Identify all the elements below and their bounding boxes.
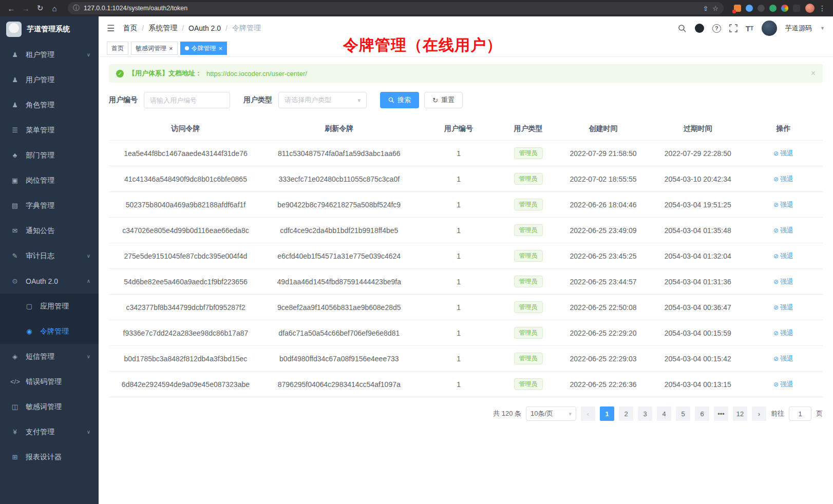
tab-item[interactable]: 敏感词管理×: [131, 42, 178, 55]
action-cell: ⊘ 强退: [744, 166, 823, 192]
goto-page-input[interactable]: [789, 406, 811, 421]
tab-item[interactable]: 令牌管理×: [180, 42, 228, 55]
doc-link[interactable]: https://doc.iocoder.cn/user-center/: [206, 70, 307, 77]
tab-label: 首页: [111, 44, 124, 53]
access-token-cell: c342377bf8b344799dcbf7bf095287f2: [109, 295, 262, 320]
user-type-select[interactable]: 请选择用户类型 ▾: [278, 92, 367, 108]
token-table: 访问令牌 刷新令牌 用户编号 用户类型 创建时间 过期时间 操作 1ea5e44…: [109, 118, 823, 397]
extension-icon[interactable]: [769, 5, 777, 12]
force-logout-button[interactable]: ⊘ 强退: [773, 328, 793, 338]
tab-item[interactable]: 首页: [107, 42, 128, 55]
filter-bar: 用户编号 用户类型 请选择用户类型 ▾ 搜索 ↻ 重置: [109, 92, 823, 108]
app-logo-row[interactable]: 芋道管理系统: [0, 16, 99, 42]
prev-page-button[interactable]: ‹: [581, 406, 595, 421]
breadcrumb-item[interactable]: 系统管理: [148, 24, 177, 33]
force-logout-button[interactable]: ⊘ 强退: [773, 380, 793, 389]
extension-icon[interactable]: [781, 5, 788, 12]
url-bar[interactable]: ⓘ 127.0.0.1:1024/system/oauth2/token ⇧ ☆: [68, 2, 724, 14]
sidebar-item-menu[interactable]: ☰菜单管理: [0, 118, 99, 143]
sidebar-item-report[interactable]: ⊞报表设计器: [0, 444, 99, 470]
extension-icon[interactable]: [793, 5, 800, 12]
page-button[interactable]: 1: [600, 406, 614, 421]
page-button[interactable]: 3: [638, 406, 652, 421]
sidebar-item-errcode[interactable]: </>错误码管理: [0, 369, 99, 394]
next-page-button[interactable]: ›: [752, 406, 766, 421]
page-button[interactable]: 5: [676, 406, 690, 421]
sidebar-item-label: 令牌管理: [40, 327, 69, 336]
browser-back-icon[interactable]: ←: [5, 2, 17, 14]
chevron-down-icon: ∨: [87, 253, 90, 259]
notice-icon: ✉: [10, 227, 20, 235]
sms-icon: ◈: [10, 353, 20, 360]
font-size-icon[interactable]: TT: [746, 24, 753, 33]
table-row: 1ea5e44f8bc1467aaede43144f31de76 811c530…: [109, 141, 823, 166]
fullscreen-icon[interactable]: [729, 24, 737, 32]
created-time-cell: 2022-06-25 22:26:36: [555, 372, 652, 397]
sidebar-item-user[interactable]: ♟用户管理: [0, 67, 99, 92]
bookmark-star-icon[interactable]: ☆: [712, 5, 718, 12]
app-icon: ▢: [25, 302, 34, 310]
sidebar-toggle-icon[interactable]: ☰: [107, 23, 115, 34]
sidebar-item-audit[interactable]: ✎审计日志∨: [0, 243, 99, 268]
sidebar-item-post[interactable]: ▣岗位管理: [0, 168, 99, 193]
page-more-button[interactable]: •••: [714, 406, 728, 421]
sidebar-item-sensitive[interactable]: ◫敏感词管理: [0, 394, 99, 419]
page-button[interactable]: 12: [733, 406, 747, 421]
sidebar-item-pay[interactable]: ¥支付管理∨: [0, 419, 99, 444]
sidebar-item-sms[interactable]: ◈短信管理∨: [0, 344, 99, 369]
sidebar-item-notice[interactable]: ✉通知公告: [0, 218, 99, 243]
extension-icon[interactable]: [746, 5, 753, 12]
sidebar-item-tenant[interactable]: ♟租户管理∨: [0, 42, 99, 67]
force-logout-button[interactable]: ⊘ 强退: [773, 354, 793, 363]
page-size-select[interactable]: 10条/页 ▾: [526, 406, 576, 421]
sidebar-item-label: 通知公告: [26, 226, 54, 236]
github-icon[interactable]: [695, 24, 704, 33]
reset-button[interactable]: ↻ 重置: [424, 92, 463, 108]
search-button[interactable]: 搜索: [380, 92, 419, 108]
tab-close-icon[interactable]: ×: [219, 45, 223, 52]
sidebar-item-label: 报表设计器: [26, 453, 62, 462]
breadcrumb-item[interactable]: 首页: [123, 24, 137, 33]
force-logout-button[interactable]: ⊘ 强退: [773, 303, 793, 312]
help-icon[interactable]: ?: [712, 24, 721, 33]
browser-home-icon[interactable]: ⌂: [48, 2, 61, 14]
alert-close-icon[interactable]: ×: [811, 69, 816, 78]
post-icon: ▣: [10, 177, 20, 184]
page-button[interactable]: 2: [619, 406, 633, 421]
browser-profile-avatar[interactable]: [805, 4, 815, 13]
force-logout-button[interactable]: ⊘ 强退: [773, 277, 793, 286]
extension-icon[interactable]: [758, 5, 765, 12]
sidebar-item-role[interactable]: ♟角色管理: [0, 92, 99, 118]
breadcrumb-item[interactable]: OAuth 2.0: [188, 24, 221, 32]
force-logout-button[interactable]: ⊘ 强退: [773, 251, 793, 261]
expire-time-cell: 2054-03-04 00:15:59: [651, 320, 744, 346]
tab-close-icon[interactable]: ×: [169, 45, 173, 52]
sidebar-item-app[interactable]: ▢应用管理: [0, 294, 99, 319]
page-button[interactable]: 6: [695, 406, 709, 421]
page-button[interactable]: 4: [657, 406, 671, 421]
chevron-down-icon[interactable]: ▼: [820, 26, 825, 31]
breadcrumb: 首页/系统管理/OAuth 2.0/令牌管理: [123, 24, 261, 33]
user-id-input[interactable]: [144, 92, 230, 108]
share-icon[interactable]: ⇧: [703, 5, 708, 12]
errcode-icon: </>: [10, 378, 20, 385]
force-logout-button[interactable]: ⊘ 强退: [773, 175, 793, 184]
sidebar-item-oauth[interactable]: ⊙OAuth 2.0∧: [0, 268, 99, 294]
browser-menu-icon[interactable]: ⋮: [817, 4, 828, 12]
browser-reload-icon[interactable]: ↻: [34, 2, 46, 14]
user-avatar[interactable]: [762, 21, 777, 36]
force-logout-button[interactable]: ⊘ 强退: [773, 200, 793, 209]
site-info-icon[interactable]: ⓘ: [73, 4, 80, 13]
browser-forward-icon[interactable]: →: [20, 2, 32, 14]
sidebar-item-dept[interactable]: ♣部门管理: [0, 143, 99, 168]
sidebar-item-token[interactable]: ◉令牌管理: [0, 319, 99, 344]
force-logout-button[interactable]: ⊘ 强退: [773, 149, 793, 158]
pagination: 共 120 条 10条/页 ▾ ‹ 123456•••12 › 前往 页: [109, 406, 823, 421]
user-name[interactable]: 芋道源码: [785, 24, 812, 33]
user-type-badge: 管理员: [514, 173, 543, 185]
search-icon[interactable]: [678, 24, 687, 33]
refresh-token-cell: be90422b8c7946218275a508bf524fc9: [262, 192, 416, 218]
extension-icon[interactable]: [734, 5, 741, 12]
force-logout-button[interactable]: ⊘ 强退: [773, 226, 793, 235]
sidebar-item-dict[interactable]: ▤字典管理: [0, 193, 99, 218]
